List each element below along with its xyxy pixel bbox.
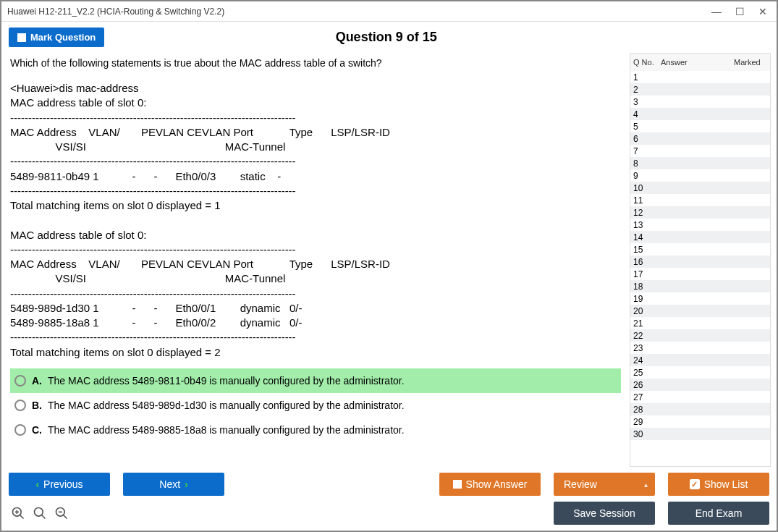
- question-list-row[interactable]: 6: [630, 132, 770, 145]
- content-scroll[interactable]: Which of the following statements is tru…: [7, 53, 625, 467]
- row-qno: 14: [630, 232, 658, 242]
- question-list-row[interactable]: 10: [630, 182, 770, 194]
- row-qno: 26: [630, 380, 658, 390]
- show-list-button[interactable]: ✓ Show List: [668, 473, 769, 496]
- question-list-row[interactable]: 12: [630, 206, 770, 219]
- answer-letter: A.: [32, 373, 42, 389]
- chevron-left-icon: ‹: [35, 478, 39, 490]
- row-qno: 27: [630, 392, 658, 402]
- question-text: Which of the following statements is tru…: [10, 56, 621, 71]
- window-title: Huawei H12-211_V2.2 (HCIA-Routing & Swit…: [7, 7, 711, 17]
- row-qno: 11: [630, 195, 658, 206]
- row-qno: 23: [630, 343, 658, 353]
- question-list-row[interactable]: 21: [630, 317, 770, 329]
- question-list-row[interactable]: 5: [630, 120, 770, 132]
- header-marked: Marked: [731, 56, 770, 68]
- row-qno: 13: [630, 220, 658, 230]
- question-list-row[interactable]: 7: [630, 145, 770, 157]
- answer-option[interactable]: A. The MAC address 5489-9811-0b49 is man…: [10, 368, 621, 393]
- zoom-in-icon[interactable]: [10, 505, 26, 521]
- row-qno: 6: [630, 134, 658, 144]
- question-list-row[interactable]: 4: [630, 108, 770, 120]
- question-list-row[interactable]: 8: [630, 157, 770, 169]
- question-list-panel: Q No. Answer Marked 12345678910111213141…: [630, 53, 771, 467]
- answer-option[interactable]: C. The MAC address 5489-9885-18a8 is man…: [10, 418, 621, 442]
- svg-line-5: [42, 515, 46, 519]
- question-list-row[interactable]: 23: [630, 342, 770, 354]
- close-icon[interactable]: ✕: [758, 7, 768, 17]
- question-list-row[interactable]: 24: [630, 354, 770, 366]
- mark-question-button[interactable]: Mark Question: [9, 28, 104, 47]
- question-list-body[interactable]: 1234567891011121314151617181920212223242…: [630, 71, 770, 466]
- row-qno: 5: [630, 122, 658, 132]
- answer-text: The MAC address 5489-9885-18a8 is manual…: [48, 423, 405, 438]
- question-list-row[interactable]: 29: [630, 415, 770, 428]
- question-list-row[interactable]: 25: [630, 366, 770, 379]
- question-list-row[interactable]: 17: [630, 268, 770, 280]
- zoom-tools: [9, 505, 69, 521]
- row-qno: 20: [630, 306, 658, 316]
- question-list-row[interactable]: 30: [630, 428, 770, 440]
- row-qno: 22: [630, 331, 658, 341]
- row-qno: 30: [630, 429, 658, 439]
- save-session-button[interactable]: Save Session: [554, 502, 655, 525]
- row-qno: 2: [630, 85, 658, 95]
- show-answer-label: Show Answer: [466, 478, 528, 490]
- previous-label: Previous: [43, 478, 83, 490]
- answer-letter: C.: [32, 423, 42, 438]
- titlebar: Huawei H12-211_V2.2 (HCIA-Routing & Swit…: [1, 1, 777, 22]
- radio-icon: [14, 400, 26, 411]
- question-list-row[interactable]: 22: [630, 329, 770, 342]
- question-list-row[interactable]: 11: [630, 194, 770, 206]
- window-controls: — ☐ ✕: [711, 7, 771, 17]
- question-list-row[interactable]: 18: [630, 280, 770, 292]
- end-exam-button[interactable]: End Exam: [668, 502, 769, 525]
- question-list-row[interactable]: 15: [630, 243, 770, 256]
- review-button[interactable]: Review: [554, 473, 655, 496]
- question-list-row[interactable]: 16: [630, 256, 770, 268]
- show-answer-button[interactable]: Show Answer: [439, 473, 541, 496]
- zoom-out-icon[interactable]: [54, 505, 69, 521]
- checkbox-icon: [17, 33, 26, 42]
- question-list-row[interactable]: 26: [630, 379, 770, 391]
- question-list-row[interactable]: 2: [630, 83, 770, 96]
- chevron-right-icon: ›: [185, 478, 188, 490]
- question-list-row[interactable]: 3: [630, 96, 770, 108]
- question-list-row[interactable]: 9: [630, 169, 770, 182]
- maximize-icon[interactable]: ☐: [735, 7, 745, 17]
- question-counter: Question 9 of 15: [104, 30, 668, 45]
- previous-button[interactable]: ‹ Previous: [9, 473, 110, 496]
- row-qno: 28: [630, 405, 658, 415]
- question-list-row[interactable]: 27: [630, 391, 770, 403]
- check-icon: ✓: [690, 479, 700, 489]
- question-list-row[interactable]: 28: [630, 403, 770, 415]
- main-area: Which of the following statements is tru…: [1, 53, 777, 467]
- next-button[interactable]: Next ›: [123, 473, 224, 496]
- header-qno: Q No.: [630, 56, 658, 68]
- svg-line-1: [20, 515, 24, 519]
- radio-icon: [14, 424, 26, 436]
- footer: ‹ Previous Next › Show Answer Review ✓ S…: [1, 467, 777, 531]
- radio-icon: [14, 375, 26, 387]
- row-qno: 16: [630, 257, 658, 267]
- answer-option[interactable]: B. The MAC address 5489-989d-1d30 is man…: [10, 393, 621, 418]
- square-icon: [453, 480, 462, 489]
- answers-list: A. The MAC address 5489-9811-0b49 is man…: [10, 368, 621, 442]
- row-qno: 29: [630, 417, 658, 427]
- question-list-row[interactable]: 1: [630, 71, 770, 83]
- question-list-row[interactable]: 13: [630, 219, 770, 231]
- question-list-row[interactable]: 20: [630, 305, 770, 317]
- minimize-icon[interactable]: —: [711, 7, 722, 17]
- zoom-reset-icon[interactable]: [32, 505, 48, 521]
- row-qno: 7: [630, 146, 658, 156]
- row-qno: 24: [630, 355, 658, 366]
- svg-point-4: [35, 508, 43, 517]
- row-qno: 1: [630, 72, 658, 83]
- content-column: Which of the following statements is tru…: [7, 53, 625, 467]
- row-qno: 12: [630, 208, 658, 218]
- review-label: Review: [564, 478, 597, 490]
- row-qno: 25: [630, 368, 658, 378]
- question-list-row[interactable]: 19: [630, 292, 770, 305]
- row-qno: 9: [630, 171, 658, 181]
- question-list-row[interactable]: 14: [630, 231, 770, 243]
